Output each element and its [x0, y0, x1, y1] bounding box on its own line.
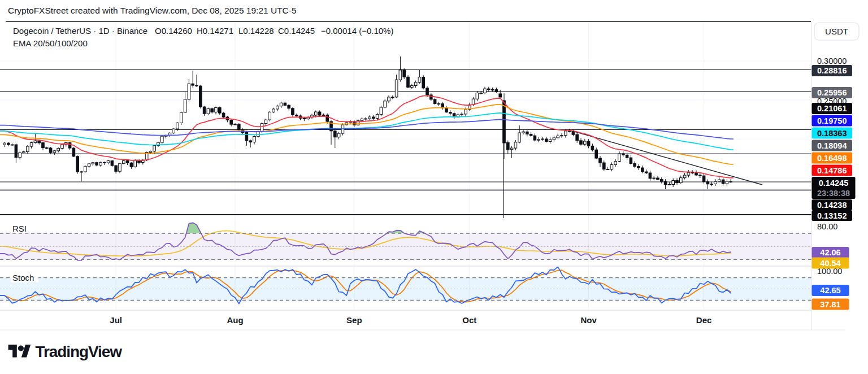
svg-text:80.00: 80.00: [817, 222, 837, 231]
svg-text:23:38:38: 23:38:38: [817, 189, 850, 198]
svg-text:Stoch: Stoch: [12, 273, 34, 282]
svg-text:Sep: Sep: [346, 315, 362, 325]
svg-text:CryptoFXStreet created with Tr: CryptoFXStreet created with TradingView.…: [8, 6, 297, 15]
svg-text:0.13152: 0.13152: [817, 211, 847, 220]
svg-text:Dogecoin / TetherUS · 1D · Bin: Dogecoin / TetherUS · 1D · Binance: [13, 26, 147, 36]
svg-text:0.18363: 0.18363: [817, 129, 847, 138]
svg-text:0.19750: 0.19750: [817, 116, 847, 125]
svg-text:Jul: Jul: [110, 315, 122, 325]
svg-text:EMA 20/50/100/200: EMA 20/50/100/200: [13, 38, 88, 48]
svg-text:0.25956: 0.25956: [817, 88, 847, 97]
svg-text:42.65: 42.65: [820, 286, 840, 295]
svg-text:0.28816: 0.28816: [817, 66, 847, 75]
svg-text:40.54: 40.54: [820, 259, 840, 268]
svg-text:TradingView: TradingView: [36, 343, 123, 360]
svg-text:H0.14271: H0.14271: [197, 26, 233, 36]
svg-text:0.30000: 0.30000: [817, 56, 847, 66]
svg-text:L0.14228: L0.14228: [238, 26, 274, 36]
svg-text:Nov: Nov: [580, 315, 597, 325]
svg-text:0.16498: 0.16498: [817, 154, 847, 163]
svg-text:O0.14260: O0.14260: [155, 26, 192, 36]
svg-text:0.14786: 0.14786: [817, 166, 847, 175]
svg-text:0.18094: 0.18094: [817, 141, 847, 150]
svg-text:Dec: Dec: [696, 315, 712, 325]
svg-text:C0.14245: C0.14245: [278, 26, 315, 36]
svg-text:−0.00014 (−0.10%): −0.00014 (−0.10%): [321, 26, 393, 36]
svg-text:Oct: Oct: [462, 315, 476, 325]
svg-text:Aug: Aug: [227, 315, 243, 325]
svg-text:0.14238: 0.14238: [817, 201, 847, 210]
svg-text:RSI: RSI: [12, 224, 27, 233]
svg-text:0.21061: 0.21061: [817, 104, 847, 113]
svg-text:37.81: 37.81: [820, 300, 840, 309]
svg-text:42.06: 42.06: [820, 248, 840, 257]
svg-text:USDT: USDT: [825, 27, 848, 36]
svg-text:0.14245: 0.14245: [819, 179, 848, 188]
